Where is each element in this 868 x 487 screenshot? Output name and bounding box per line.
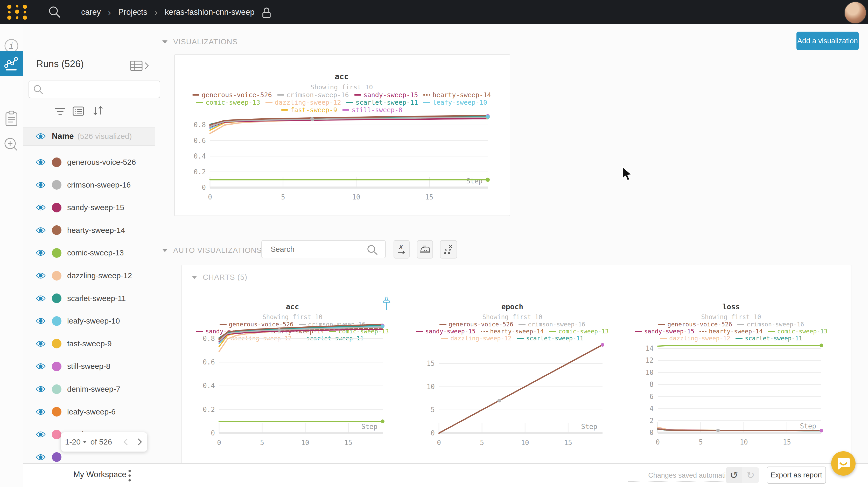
workspace-title[interactable]: My Workspace (73, 470, 126, 479)
breadcrumb: carey › Projects › keras-fashion-cnn-swe… (81, 0, 272, 24)
runs-list-header[interactable]: Name (526 visualized) (23, 127, 155, 145)
run-row[interactable]: dazzling-sweep-12 (23, 264, 155, 287)
undo-redo-control: ↺ ↻ (726, 467, 759, 483)
chart-marker (381, 419, 384, 423)
run-color-dot (52, 407, 61, 417)
charts-section-header[interactable]: CHARTS (5) (192, 273, 247, 282)
run-name[interactable]: leafy-sweep-6 (67, 408, 116, 416)
undo-button[interactable]: ↺ (726, 467, 742, 483)
sort-icon[interactable] (92, 105, 104, 117)
page-next-icon[interactable] (136, 437, 143, 446)
run-row[interactable]: scarlet-sweep-11 (23, 287, 155, 310)
run-row[interactable]: denim-sweep-7 (23, 378, 155, 400)
eye-icon[interactable] (36, 272, 45, 279)
chart-line-comic-sweep-13 (658, 345, 822, 346)
eye-icon[interactable] (36, 295, 45, 302)
workspace-bar: My Workspace Changes saved automatically… (23, 463, 868, 487)
run-row[interactable]: hearty-sweep-14 (23, 219, 155, 242)
run-row[interactable]: generous-voice-526 (23, 151, 155, 173)
svg-text:15: 15 (427, 360, 435, 367)
run-color-dot (52, 203, 61, 213)
breadcrumb-entity[interactable]: carey (81, 7, 101, 17)
eye-icon[interactable] (36, 182, 45, 188)
eye-icon[interactable] (36, 363, 45, 370)
eye-icon[interactable] (36, 133, 45, 140)
pagination-total: of 526 (91, 437, 112, 446)
run-color-dot (52, 316, 61, 326)
svg-text:5: 5 (480, 439, 484, 447)
chevron-down-icon[interactable] (83, 441, 87, 443)
eye-icon[interactable] (36, 227, 45, 234)
run-name[interactable]: fast-sweep-9 (67, 339, 112, 348)
run-name[interactable]: hearty-sweep-14 (67, 226, 125, 235)
eye-icon[interactable] (36, 431, 45, 438)
line-chart-icon (4, 56, 19, 71)
run-row[interactable]: sandy-sweep-15 (23, 196, 155, 219)
svg-text:0: 0 (649, 429, 654, 436)
run-row[interactable]: crimson-sweep-16 (23, 173, 155, 196)
svg-text:0: 0 (656, 438, 660, 446)
run-name[interactable]: leafy-sweep-10 (67, 317, 120, 325)
run-color-dot (52, 339, 61, 349)
run-row[interactable]: comic-sweep-13 (23, 241, 155, 264)
svg-text:15: 15 (344, 439, 352, 447)
run-color-dot (52, 293, 61, 303)
svg-text:10: 10 (521, 439, 529, 447)
svg-text:5: 5 (699, 438, 703, 446)
eye-icon[interactable] (36, 318, 45, 324)
add-visualization-button[interactable]: Add a visualization (797, 32, 859, 50)
run-row[interactable]: leafy-sweep-6 (23, 400, 155, 423)
eye-icon[interactable] (36, 159, 45, 165)
clipboard-icon (4, 110, 19, 127)
breadcrumb-project-name[interactable]: keras-fashion-cnn-sweep (165, 7, 254, 17)
avatar[interactable] (844, 2, 866, 24)
runs-table-toggle-icon[interactable] (130, 60, 151, 72)
run-color-dot (52, 225, 61, 235)
eye-icon[interactable] (36, 409, 45, 415)
run-name[interactable]: denim-sweep-7 (67, 385, 120, 393)
eye-icon[interactable] (36, 340, 45, 347)
run-name[interactable]: generous-voice-526 (67, 158, 136, 167)
svg-text:0: 0 (437, 439, 441, 447)
svg-text:10: 10 (352, 193, 360, 201)
run-color-dot (52, 452, 61, 462)
svg-text:0: 0 (431, 429, 435, 437)
svg-text:0.6: 0.6 (203, 358, 215, 366)
runs-search-input[interactable] (29, 80, 160, 98)
eye-icon[interactable] (36, 386, 45, 392)
breadcrumb-projects[interactable]: Projects (118, 7, 147, 17)
pin-icon[interactable] (382, 296, 391, 312)
svg-text:12: 12 (646, 356, 654, 364)
wandb-logo-icon[interactable] (6, 4, 29, 21)
nav-zoom-button[interactable] (0, 133, 23, 157)
pagination-range[interactable]: 1-20 (65, 437, 81, 446)
nav-reports-button[interactable] (0, 106, 23, 131)
collapse-triangle-icon[interactable] (192, 276, 197, 279)
redo-button[interactable]: ↻ (742, 467, 759, 483)
chart-marker (486, 115, 490, 119)
eye-icon[interactable] (36, 204, 45, 211)
run-name[interactable]: still-sweep-8 (67, 362, 111, 371)
run-row[interactable]: fast-sweep-9 (23, 332, 155, 355)
svg-text:15: 15 (783, 438, 791, 446)
nav-workspace-button[interactable] (0, 51, 23, 76)
kebab-menu-icon[interactable] (128, 469, 131, 482)
page-prev-icon[interactable] (122, 437, 129, 446)
run-name[interactable]: scarlet-sweep-11 (67, 294, 126, 303)
filter-icon[interactable] (55, 107, 66, 116)
saved-status: Changes saved automatically (628, 472, 740, 482)
run-name[interactable]: comic-sweep-13 (67, 249, 124, 257)
intercom-chat-button[interactable] (831, 451, 856, 476)
run-row[interactable]: leafy-sweep-10 (23, 310, 155, 332)
eye-icon[interactable] (36, 454, 45, 461)
run-row[interactable]: still-sweep-8 (23, 355, 155, 378)
search-icon[interactable] (47, 5, 63, 20)
eye-icon[interactable] (36, 250, 45, 256)
pagination-control: 1-20 of 526 (61, 432, 147, 452)
run-name[interactable]: sandy-sweep-15 (67, 203, 124, 212)
export-report-button[interactable]: Export as report (767, 466, 826, 484)
run-name[interactable]: dazzling-sweep-12 (67, 271, 132, 280)
run-name[interactable]: crimson-sweep-16 (67, 181, 131, 189)
list-settings-icon[interactable] (72, 106, 84, 116)
svg-text:14: 14 (646, 345, 654, 352)
